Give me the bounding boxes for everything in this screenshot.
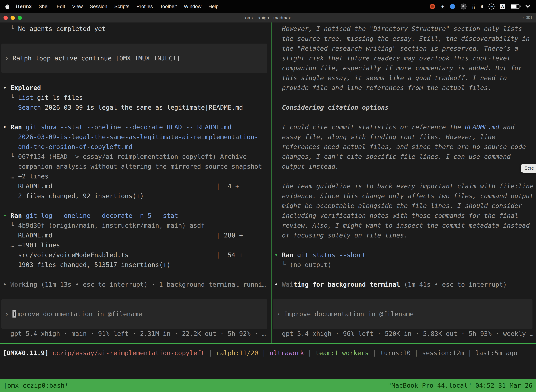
terminal-text-segment: ting for background terminal: [293, 281, 400, 288]
minimize-button[interactable]: [10, 16, 15, 20]
terminal-line: … +1901 lines: [3, 240, 271, 250]
menu-item-view[interactable]: View: [69, 4, 86, 9]
terminal-text-segment: and: [499, 123, 515, 131]
menu-item-toolbelt[interactable]: Toolbelt: [156, 4, 180, 9]
prompt-input-left[interactable]: › Improve documentation in @filename: [1, 299, 267, 329]
terminal-text-segment: turns:10: [380, 349, 411, 356]
terminal-text-segment: [22, 123, 26, 131]
terminal-text-segment: •: [274, 251, 282, 258]
blue-app-icon[interactable]: [450, 4, 455, 9]
terminal-line: I could cite commit statistics or refere…: [274, 122, 536, 132]
terminal-text-segment: Explored: [10, 84, 41, 91]
terminal-text-segment: +1901 lines: [18, 242, 60, 249]
terminal-text-segment: this single essay, it seems like a good …: [274, 74, 507, 81]
bottom-pane-divider: [0, 343, 536, 344]
terminal-text-segment: List: [18, 94, 34, 101]
zoom-button[interactable]: [18, 16, 22, 20]
menu-item-help[interactable]: Help: [205, 4, 222, 9]
blank-line: [274, 171, 536, 181]
terminal-text-segment: [22, 212, 26, 219]
pane-status-line: gpt-5.4 xhigh · 96% left · 520K in · 5.8…: [274, 329, 536, 339]
terminal-line: • Ran git log --oneline --decorate -n 5 …: [3, 211, 271, 221]
terminal-text-segment: (1m 41s • esc to interrupt): [400, 281, 507, 288]
wifi-icon[interactable]: [525, 4, 531, 9]
terminal-text-segment: └: [3, 222, 18, 229]
terminal-line: changes, I can't cite specific file line…: [274, 152, 536, 162]
terminal-text-segment: review. Also, I might want to inspect th…: [274, 222, 530, 229]
blank-line: [274, 289, 536, 299]
terminal-line: 2 files changed, 92 insertions(+): [3, 191, 271, 201]
menu-item-profiles[interactable]: Profiles: [133, 4, 156, 9]
battery-icon[interactable]: [511, 4, 519, 9]
terminal-text-segment: git show --stat --oneline --decorate HEA…: [26, 123, 231, 131]
terminal-text-segment: and-the-erosion-of-copyleft.md: [3, 143, 132, 150]
terminal-line: and-the-erosion-of-copyleft.md: [3, 142, 271, 152]
terminal-text-segment: companion file, especially if more comme…: [274, 65, 522, 72]
terminal-text-segment: Considering citation options: [274, 104, 389, 111]
tmux-session-name: [omx-cczip0:bash*: [4, 382, 68, 389]
omx-status-line: [OMX#0.11.9] cczip/essay/ai-reimplementa…: [3, 348, 536, 358]
terminal-line: README.md | 4 +: [3, 181, 271, 191]
terminal-line: README.md | 280 +: [3, 230, 271, 240]
prompt-input-right[interactable]: › Improve documentation in @filename: [273, 299, 532, 329]
menu-item-edit[interactable]: Edit: [53, 4, 69, 9]
screen-share-notification[interactable]: Scre: [521, 164, 536, 173]
terminal-text-segment: •: [3, 281, 10, 288]
pane-left[interactable]: └ No agents completed yet› Ralph loop ac…: [0, 23, 271, 343]
terminal-text-segment: (11m 13s • esc to interrupt) · 1 backgro…: [37, 281, 266, 288]
terminal-text-segment: gpt-5.4 xhigh · 96% left · 520K in · 5.8…: [274, 330, 534, 337]
terminal-line: • Waiting for background terminal (1m 41…: [274, 280, 536, 289]
terminal-line: • Working (11m 13s • esc to interrupt) ·…: [3, 280, 271, 289]
terminal-text-segment: including verification notes with those …: [274, 212, 518, 219]
pane-right[interactable]: However, I noticed the "Directory Struct…: [272, 23, 536, 343]
window-title: omx --xhigh --madmax: [0, 15, 536, 21]
terminal-text-segment: However, I noticed the "Directory Struct…: [274, 25, 522, 32]
window-grid-icon[interactable]: ⊞: [440, 4, 445, 9]
terminal-line: … +2 lines: [3, 171, 271, 181]
terminal-line: of focusing solely on file lines.: [274, 230, 536, 240]
terminal-line: Search 2026-03-09-is-legal-the-same-as-l…: [3, 103, 271, 112]
terminal-line: provide file and line references from th…: [274, 83, 536, 93]
apple-menu-icon[interactable]: [5, 4, 10, 9]
terminal-text-segment: └: [3, 94, 18, 101]
screen-mirroring-icon[interactable]: ⣿: [472, 4, 475, 9]
terminal-text-segment: No agents completed yet: [18, 25, 106, 32]
terminal-text-segment: 2026-03-09-is-legal-the-same-as-legitima…: [3, 133, 258, 140]
terminal-text-segment: [OMX_TMUX_INJECT]: [115, 55, 180, 62]
close-button[interactable]: [4, 16, 8, 20]
menu-status-icons: ⊞ ⣿ 8 .61 A: [430, 4, 536, 9]
menu-item-scripts[interactable]: Scripts: [111, 4, 133, 9]
terminal-text-segment: ralph:11/20: [216, 349, 258, 356]
terminal-area: └ No agents completed yet› Ralph loop ac…: [0, 23, 536, 343]
terminal-text-segment: I: [13, 310, 16, 317]
tmux-host-clock: "MacBook-Pro-44.local" 04:52 31-Mar-26: [388, 382, 532, 389]
menu-item-window[interactable]: Window: [180, 4, 205, 9]
terminal-line: review. Also, I might want to inspect th…: [274, 221, 536, 230]
blank-line: [274, 93, 536, 103]
terminal-text-segment: changes, I can't cite specific file line…: [274, 153, 511, 160]
dark-app-icon[interactable]: [460, 4, 467, 9]
menu-item-shell[interactable]: Shell: [35, 4, 53, 9]
terminal-text-segment: Search: [18, 104, 41, 111]
terminal-line: • Explored: [3, 83, 271, 93]
terminal-line: The team guideline is to back every impo…: [274, 181, 536, 191]
ralph-loop-banner[interactable]: › Ralph loop active continue [OMX_TMUX_I…: [1, 44, 267, 73]
menu-item-session[interactable]: Session: [86, 4, 111, 9]
terminal-text-segment: README.md: [465, 123, 499, 131]
window-controls: [0, 16, 22, 20]
terminal-line: Considering citation options: [274, 103, 536, 112]
input-source-icon[interactable]: A: [500, 4, 505, 9]
terminal-text-segment: mprove documentation in @filename: [16, 310, 142, 317]
terminal-text-segment: |: [205, 349, 216, 356]
terminal-text-segment: Ran: [282, 251, 293, 258]
keyboard-layout-icon[interactable]: 8: [480, 4, 483, 9]
terminal-text-segment: README.md | 280 +: [3, 232, 243, 239]
blank-line: [3, 289, 271, 299]
terminal-text-segment: (no output): [290, 261, 331, 268]
terminal-text-segment: ›: [277, 310, 284, 317]
terminal-text-segment: the source tree, missing the essay. Stil…: [274, 35, 530, 42]
screen-recording-indicator-icon[interactable]: [430, 5, 435, 9]
terminal-line: › Improve documentation in @filename: [277, 309, 414, 319]
menu-item-iterm2[interactable]: iTerm2: [12, 4, 35, 9]
status-circle-icon[interactable]: .61: [488, 4, 494, 9]
